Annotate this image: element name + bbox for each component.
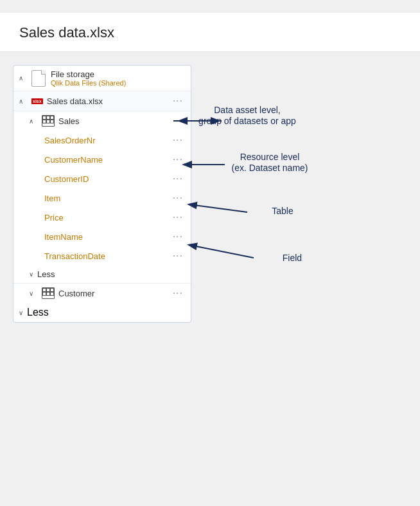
field-customerid-menu[interactable]: ··· [170, 173, 186, 185]
page-title-area: Sales data.xlsx [0, 13, 420, 52]
field-itemname-label: ItemName [44, 232, 170, 242]
field-price-label: Price [44, 213, 170, 222]
field-price-menu[interactable]: ··· [170, 212, 186, 223]
field-transactiondate-label: TransactionDate [44, 251, 170, 261]
xlsx-icon: xlsx [31, 98, 43, 104]
field-salesordernr-menu[interactable]: ··· [170, 134, 186, 146]
svg-text:Resource level: Resource level [240, 152, 300, 162]
field-item[interactable]: Item ··· [13, 188, 191, 208]
file-storage-label: File storage [51, 69, 186, 79]
field-customername-label: CustomerName [44, 155, 170, 165]
tree-panel: ∧ File storage Qlik Data Files (Shared) … [13, 65, 191, 323]
resource-label: Sales data.xlsx [47, 96, 170, 106]
sales-collapse-icon[interactable]: ∧ [29, 118, 38, 125]
svg-text:Table: Table [272, 206, 293, 216]
field-salesordernr[interactable]: SalesOrderNr ··· [13, 131, 191, 150]
file-storage-row[interactable]: ∧ File storage Qlik Data Files (Shared) [13, 66, 191, 91]
less-sales-row[interactable]: ∨ Less [13, 266, 191, 283]
customer-table-row[interactable]: ∨ Customer ··· [13, 284, 191, 303]
field-transactiondate[interactable]: TransactionDate ··· [13, 246, 191, 266]
field-customerid[interactable]: CustomerID ··· [13, 169, 191, 188]
table-icon-sales [42, 115, 55, 127]
field-customername-menu[interactable]: ··· [170, 154, 186, 165]
customer-table-menu[interactable]: ··· [170, 287, 186, 299]
field-item-menu[interactable]: ··· [170, 192, 186, 204]
main-content: ∧ File storage Qlik Data Files (Shared) … [0, 52, 420, 336]
collapse-icon[interactable]: ∧ [19, 75, 28, 82]
less-sales-chevron[interactable]: ∨ [29, 271, 33, 278]
svg-text:group of datasets or app: group of datasets or app [198, 116, 296, 126]
less-sales-label: Less [37, 269, 55, 279]
field-itemname-menu[interactable]: ··· [170, 231, 186, 242]
field-price[interactable]: Price ··· [13, 208, 191, 227]
customer-table-label: Customer [58, 289, 170, 298]
field-customername[interactable]: CustomerName ··· [13, 150, 191, 169]
svg-text:Field: Field [283, 253, 302, 263]
field-item-label: Item [44, 194, 170, 203]
svg-text:Data asset level,: Data asset level, [214, 105, 281, 115]
resource-row[interactable]: ∧ xlsx Sales data.xlsx ··· [13, 91, 191, 111]
page-title: Sales data.xlsx [19, 24, 401, 41]
field-itemname[interactable]: ItemName ··· [13, 227, 191, 246]
field-customerid-label: CustomerID [44, 174, 170, 184]
svg-text:(ex. Dataset name): (ex. Dataset name) [231, 163, 308, 173]
sales-table-label: Sales [58, 116, 186, 126]
table-icon-customer [42, 287, 55, 299]
field-transactiondate-menu[interactable]: ··· [170, 250, 186, 262]
file-storage-icon [31, 70, 46, 87]
resource-collapse-icon[interactable]: ∧ [19, 98, 28, 105]
less-customer-row[interactable]: ∨ Less [13, 303, 191, 322]
page-wrapper: Sales data.xlsx ∧ File storage Qlik Data… [0, 0, 420, 506]
less-customer-chevron[interactable]: ∨ [19, 309, 23, 316]
customer-collapse-icon[interactable]: ∨ [29, 290, 38, 297]
less-customer-label: Less [27, 307, 49, 318]
sales-table-row[interactable]: ∧ Sales [13, 111, 191, 131]
field-salesordernr-label: SalesOrderNr [44, 136, 170, 145]
file-storage-sublabel: Qlik Data Files (Shared) [51, 79, 186, 87]
resource-menu-dots[interactable]: ··· [170, 95, 186, 107]
